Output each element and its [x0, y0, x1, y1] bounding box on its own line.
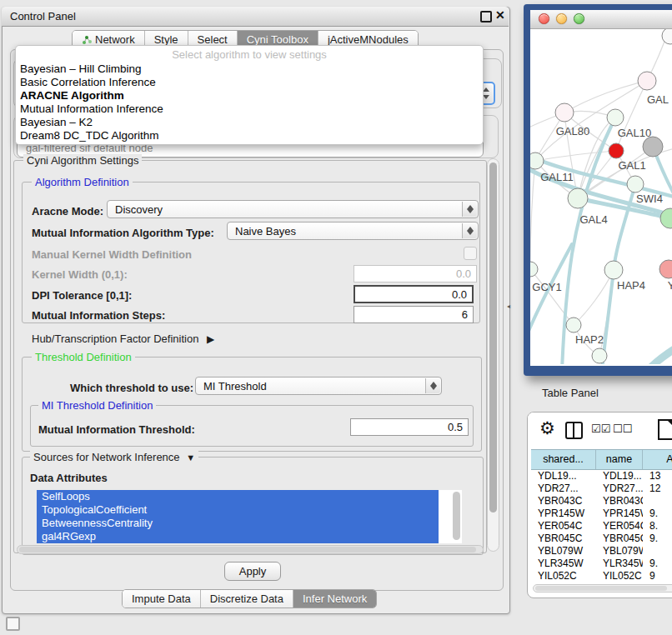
- network-node-swi4[interactable]: [627, 176, 644, 192]
- table-cell: 9.: [643, 508, 672, 520]
- close-window-icon[interactable]: ✕: [495, 8, 505, 22]
- bottom-tab-infer-network[interactable]: Infer Network: [293, 590, 376, 608]
- node-label-y: Y: [668, 279, 672, 292]
- table-row[interactable]: YBR043CYBR043C: [531, 495, 672, 508]
- table-cell: YDL19...: [531, 470, 596, 482]
- column-header-a[interactable]: A: [643, 450, 672, 469]
- network-node-gal[interactable]: [638, 72, 656, 90]
- table-cell: [643, 545, 672, 558]
- deselect-all-checkboxes-icon[interactable]: ☐☐: [613, 422, 632, 435]
- dropdown-item-aracne-algorithm[interactable]: ARACNE Algorithm: [16, 89, 483, 102]
- columns-icon[interactable]: [565, 422, 583, 439]
- network-node-gal1[interactable]: [609, 143, 624, 158]
- network-node[interactable]: [643, 137, 663, 157]
- sources-legend-label: Sources for Network Inference: [33, 451, 180, 463]
- network-node-hap2[interactable]: [566, 318, 581, 332]
- table-cell: YLR345W: [531, 558, 596, 570]
- table-cell: 12: [643, 482, 672, 495]
- network-node-hap4[interactable]: [604, 261, 623, 279]
- data-attributes-label: Data Attributes: [30, 472, 108, 484]
- close-traffic-light-icon[interactable]: [539, 13, 549, 24]
- control-panel-titlebar[interactable]: [2, 7, 509, 27]
- table-cell: [643, 495, 672, 508]
- node-label-gal1: GAL1: [618, 159, 645, 172]
- network-edge[interactable]: [530, 161, 535, 269]
- collapsed-panel-icon[interactable]: [6, 617, 20, 631]
- network-edge[interactable]: [535, 151, 616, 161]
- settings-horizontal-scrollbar[interactable]: [17, 545, 484, 554]
- table-row[interactable]: YDL19...YDL19...13: [531, 470, 672, 482]
- select-all-checkboxes-icon[interactable]: ☑☑: [591, 422, 610, 435]
- network-view-window: GALGAL80GAL10GAL1GAL11SWI4GAL4GCY1HAP4YH…: [524, 4, 672, 376]
- table-row[interactable]: YPR145WYPR145W9.: [531, 508, 672, 520]
- table-cell: YPR145W: [596, 508, 643, 520]
- dropdown-item-bayesian-hill-climbing[interactable]: Bayesian – Hill Climbing: [16, 62, 483, 76]
- column-header-shared[interactable]: shared...: [531, 450, 596, 469]
- table-cell: YBR045C: [531, 532, 596, 545]
- table-row[interactable]: YBL079WYBL079W: [531, 545, 672, 558]
- gear-icon[interactable]: ⚙: [539, 418, 555, 439]
- dropdown-item-bayesian-k2[interactable]: Bayesian – K2: [16, 116, 483, 129]
- zoom-traffic-light-icon[interactable]: [574, 13, 584, 24]
- bottom-tab-discretize-data[interactable]: Discretize Data: [201, 590, 293, 608]
- table-horizontal-scrollbar[interactable]: [533, 584, 672, 592]
- splitter-collapse-icon[interactable]: ◂: [507, 302, 510, 310]
- attribute-item-betweennesscentrality[interactable]: BetweennessCentrality: [37, 517, 439, 530]
- mi-threshold-field[interactable]: [350, 418, 469, 436]
- manual-kernel-width-checkbox[interactable]: [464, 247, 477, 260]
- bottom-tab-label: Infer Network: [303, 592, 367, 605]
- tab-label: Style: [154, 33, 178, 46]
- dropdown-item-dream8-dc-tdc-algorithm[interactable]: Dream8 DC_TDC Algorithm: [16, 129, 483, 142]
- minimize-traffic-light-icon[interactable]: [556, 13, 567, 24]
- mi-algorithm-type-combo[interactable]: Naive Bayes: [227, 222, 479, 240]
- network-node[interactable]: [592, 348, 607, 363]
- tab-label: Cyni Toolbox: [247, 33, 308, 46]
- which-threshold-combo[interactable]: MI Threshold: [195, 377, 442, 395]
- table-row[interactable]: YLR345WYLR345W9.: [531, 558, 672, 570]
- table-row[interactable]: YBR045CYBR045C9.: [531, 532, 672, 545]
- bottom-tab-label: Discretize Data: [210, 592, 283, 605]
- table-cell: YBR043C: [531, 495, 596, 508]
- list-scrollbar[interactable]: [453, 492, 460, 540]
- network-icon: [82, 35, 92, 45]
- attribute-item-gal4rgexp[interactable]: gal4RGexp: [37, 530, 439, 543]
- dpi-tolerance-field[interactable]: [354, 285, 474, 303]
- dpi-tolerance-label: DPI Tolerance [0,1]:: [32, 289, 132, 302]
- network-edge[interactable]: [535, 81, 647, 161]
- network-node-y[interactable]: [659, 260, 672, 278]
- attribute-item-topologicalcoefficient[interactable]: TopologicalCoefficient: [37, 503, 439, 517]
- network-node-gal4[interactable]: [568, 188, 588, 208]
- network-node-gal80[interactable]: [555, 103, 574, 122]
- kernel-width-field[interactable]: [354, 265, 477, 282]
- table-row[interactable]: YER054CYER054C8.: [531, 520, 672, 532]
- network-window-titlebar[interactable]: [530, 10, 672, 29]
- network-node-gal10[interactable]: [607, 109, 624, 126]
- network-edge-highlighted[interactable]: [647, 342, 672, 364]
- network-node-gal11[interactable]: [530, 152, 544, 169]
- aracne-mode-combo[interactable]: Discovery: [107, 200, 479, 218]
- dropdown-item-basic-correlation-inference[interactable]: Basic Correlation Inference: [16, 76, 483, 89]
- float-window-icon[interactable]: [480, 11, 492, 22]
- node-label-gal4: GAL4: [579, 213, 607, 226]
- table-cell: YIL052C: [531, 570, 596, 582]
- bottom-tabstrip: Impute DataDiscretize DataInfer Network: [122, 589, 377, 608]
- network-canvas[interactable]: GALGAL80GAL10GAL1GAL11SWI4GAL4GCY1HAP4YH…: [530, 29, 672, 364]
- network-node[interactable]: [662, 29, 672, 44]
- apply-button[interactable]: Apply: [224, 562, 281, 581]
- hub-definition-toggle[interactable]: Hub/Transcription Factor Definition ▶: [32, 332, 214, 345]
- data-attributes-list[interactable]: SelfLoopsTopologicalCoefficientBetweenne…: [37, 490, 462, 543]
- mi-steps-field[interactable]: [354, 306, 474, 323]
- export-table-icon[interactable]: [658, 419, 672, 440]
- column-header-name[interactable]: name: [596, 450, 643, 469]
- table-panel-title: Table Panel: [542, 387, 599, 399]
- dropdown-item-mutual-information-inference[interactable]: Mutual Information Inference: [16, 102, 483, 116]
- table-row[interactable]: YDR27...YDR27...12: [531, 482, 672, 495]
- network-node-gcy1[interactable]: [530, 262, 538, 277]
- table-cell: YLR345W: [596, 558, 643, 570]
- table-cell: 9: [643, 570, 672, 582]
- attribute-item-selfloops[interactable]: SelfLoops: [37, 490, 439, 503]
- sources-legend[interactable]: Sources for Network Inference ▼: [30, 451, 198, 463]
- table-row[interactable]: YIL052CYIL052C9: [531, 570, 672, 582]
- settings-vertical-scrollbar[interactable]: [487, 158, 499, 552]
- bottom-tab-impute-data[interactable]: Impute Data: [123, 590, 201, 608]
